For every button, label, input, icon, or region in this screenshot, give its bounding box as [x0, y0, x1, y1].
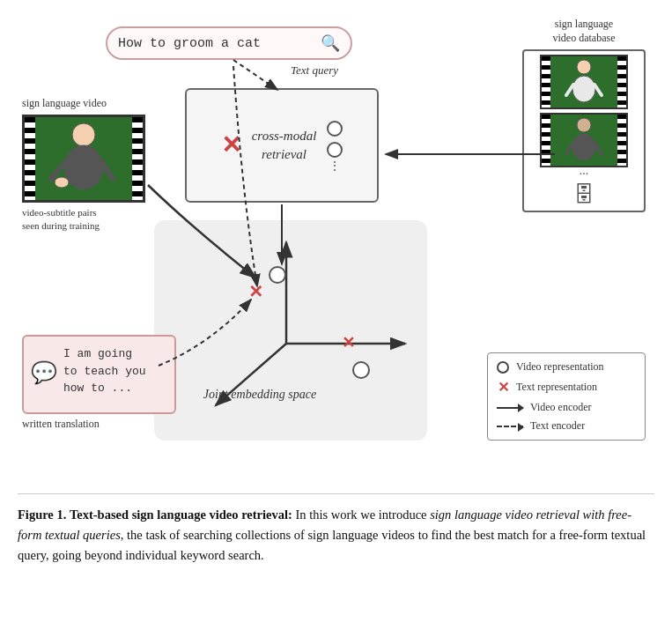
caption-bold: Text-based sign language video retrieval… — [70, 507, 292, 522]
written-translation-box: 💬 I am going to teach you how to ... — [22, 335, 176, 414]
circle-stack: ⋮ — [327, 121, 343, 170]
svg-line-10 — [51, 161, 66, 179]
video-db-container: sign language video database ··· — [522, 18, 646, 212]
legend-item-video-enc: Video encoder — [497, 401, 636, 414]
crossmodal-retrieval-box: ✕ cross-modal retrieval ⋮ — [185, 88, 379, 203]
written-translation-container: 💬 I am going to teach you how to ... wri… — [22, 335, 176, 431]
svg-line-15 — [233, 60, 277, 90]
video-thumb-bottom — [540, 113, 628, 167]
search-icon: 🔍 — [321, 33, 340, 53]
legend-label-video-rep: Video representation — [516, 360, 604, 374]
figure-number: Figure 1. — [18, 507, 66, 522]
legend-solid-arrow-icon — [497, 407, 523, 409]
legend-box: Video representation ✕ Text representati… — [487, 352, 646, 441]
sl-video-person — [35, 119, 132, 198]
person-icon-top — [565, 58, 604, 107]
svg-point-0 — [577, 60, 591, 74]
legend-item-text-rep: ✕ Text representation — [497, 379, 636, 396]
sl-video-label: sign language video — [22, 97, 159, 110]
db-dots: ··· — [580, 171, 589, 178]
x-mark-icon: ✕ — [221, 130, 241, 159]
crossmodal-title: cross-modal retrieval — [252, 127, 317, 164]
sl-video-caption: video-subtitle pairs seen during trainin… — [22, 206, 159, 233]
circle-2 — [327, 142, 343, 158]
chat-icon: 💬 — [31, 359, 57, 390]
legend-label-text-rep: Text representation — [516, 381, 597, 394]
joint-embedding-label: Joint embedding space — [189, 388, 330, 402]
circle-1 — [327, 121, 343, 137]
sl-video-thumb — [22, 115, 145, 203]
legend-x-icon: ✕ — [497, 379, 509, 396]
text-query-label: Text query — [291, 63, 338, 78]
legend-dash-arrow-icon — [497, 426, 523, 427]
search-bar[interactable]: How to groom a cat 🔍 — [106, 26, 352, 60]
svg-point-5 — [572, 134, 595, 160]
svg-point-12 — [55, 177, 69, 188]
svg-point-8 — [72, 123, 95, 146]
search-query-text: How to groom a cat — [118, 36, 261, 51]
legend-circle-icon — [497, 361, 509, 374]
db-icon: 🗄 — [573, 182, 594, 207]
sl-video-container: sign language video video-subtitle pairs… — [22, 97, 159, 233]
svg-point-9 — [64, 145, 103, 189]
written-trans-label: written translation — [22, 418, 176, 431]
legend-item-video-rep: Video representation — [497, 360, 636, 374]
video-db-box: ··· 🗄 — [522, 49, 646, 211]
video-thumb-top — [540, 55, 628, 109]
svg-point-1 — [572, 76, 595, 102]
diagram-area: How to groom a cat 🔍 Text query sign lan… — [18, 18, 654, 485]
stack-dots: ⋮ — [327, 163, 343, 170]
written-trans-text: I am going to teach you how to ... — [63, 347, 146, 395]
embedding-space-bg — [154, 220, 427, 441]
legend-label-video-enc: Video encoder — [530, 401, 592, 414]
caption-area: Figure 1. Text-based sign language video… — [18, 493, 654, 567]
legend-label-text-enc: Text encoder — [530, 419, 585, 433]
legend-item-text-enc: Text encoder — [497, 419, 636, 433]
svg-point-4 — [577, 118, 591, 132]
caption-regular: In this work we introduce — [296, 507, 431, 522]
video-db-label: sign language video database — [522, 18, 646, 45]
person-icon-bottom — [565, 116, 604, 165]
